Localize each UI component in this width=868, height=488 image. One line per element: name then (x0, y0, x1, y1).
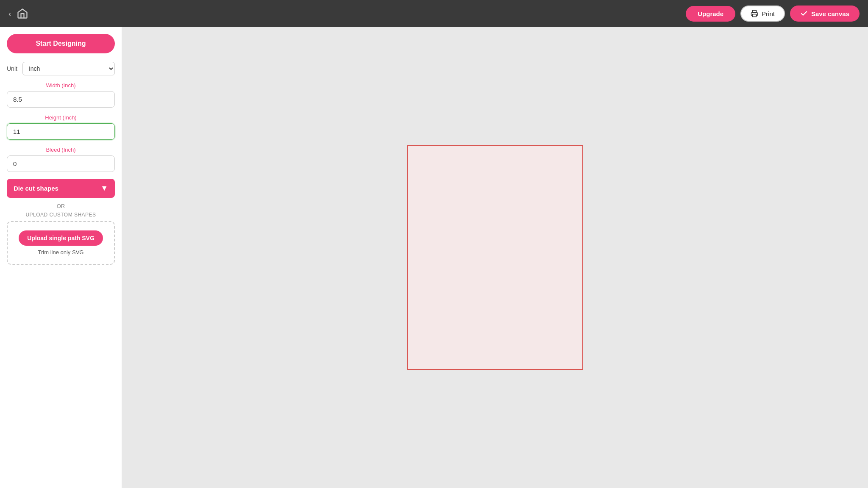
or-divider: OR (7, 203, 115, 209)
back-icon: ‹ (8, 9, 11, 19)
print-icon (751, 10, 758, 17)
home-button[interactable] (17, 8, 28, 19)
print-button[interactable]: Print (740, 6, 785, 22)
die-cut-shapes-button[interactable]: Die cut shapes ▼ (7, 179, 115, 198)
canvas-preview (407, 145, 583, 370)
print-label: Print (762, 10, 775, 17)
width-input[interactable] (7, 91, 115, 108)
home-icon (17, 8, 28, 19)
trim-line-label: Trim line only SVG (38, 249, 84, 255)
bleed-field-group: Bleed (Inch) (7, 147, 115, 172)
main-layout: Start Designing Unit Inch cm mm Width (I… (0, 27, 868, 488)
unit-row: Unit Inch cm mm (7, 62, 115, 75)
unit-label: Unit (7, 65, 17, 72)
upload-custom-label: UPLOAD CUSTOM SHAPES (7, 212, 115, 218)
height-field-group: Height (Inch) (7, 114, 115, 140)
back-button[interactable]: ‹ (8, 9, 11, 19)
header-left: ‹ (8, 8, 28, 19)
sidebar: Start Designing Unit Inch cm mm Width (I… (0, 27, 122, 488)
upload-box: Upload single path SVG Trim line only SV… (7, 221, 115, 265)
save-label: Save canvas (811, 10, 849, 17)
upgrade-button[interactable]: Upgrade (686, 6, 735, 22)
check-icon (800, 10, 808, 17)
height-input[interactable] (7, 123, 115, 140)
svg-rect-0 (753, 14, 757, 17)
canvas-area (122, 27, 868, 488)
unit-select[interactable]: Inch cm mm (22, 62, 115, 75)
height-label: Height (Inch) (7, 114, 115, 121)
width-field-group: Width (Inch) (7, 82, 115, 108)
upload-svg-button[interactable]: Upload single path SVG (19, 230, 103, 246)
save-canvas-button[interactable]: Save canvas (790, 6, 860, 22)
die-cut-arrow-icon: ▼ (100, 184, 108, 193)
width-label: Width (Inch) (7, 82, 115, 89)
header-right: Upgrade Print Save canvas (686, 6, 860, 22)
header: ‹ Upgrade Print Save canvas (0, 0, 868, 27)
bleed-label: Bleed (Inch) (7, 147, 115, 153)
die-cut-label: Die cut shapes (14, 185, 58, 192)
bleed-input[interactable] (7, 155, 115, 172)
start-designing-button[interactable]: Start Designing (7, 34, 115, 53)
